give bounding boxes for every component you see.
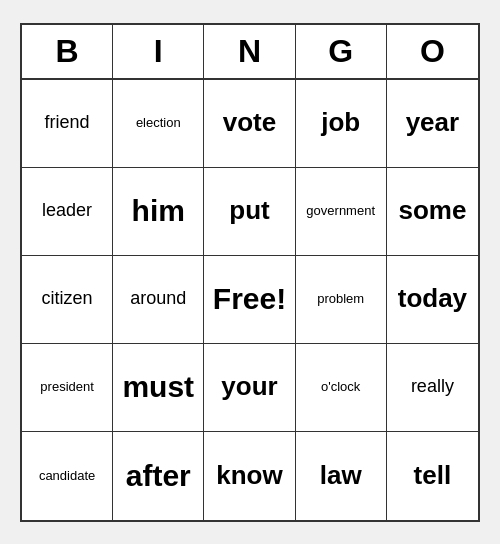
cell-text: after xyxy=(126,458,191,494)
bingo-cell[interactable]: leader xyxy=(22,168,113,256)
bingo-cell[interactable]: problem xyxy=(296,256,387,344)
cell-text: law xyxy=(320,460,362,491)
bingo-cell[interactable]: candidate xyxy=(22,432,113,520)
bingo-cell[interactable]: vote xyxy=(204,80,295,168)
bingo-cell[interactable]: some xyxy=(387,168,478,256)
cell-text: tell xyxy=(414,460,452,491)
header-letter: G xyxy=(296,25,387,78)
bingo-cell[interactable]: tell xyxy=(387,432,478,520)
header-letter: N xyxy=(204,25,295,78)
cell-text: president xyxy=(40,379,93,395)
cell-text: him xyxy=(132,193,185,229)
cell-text: o'clock xyxy=(321,379,360,395)
bingo-cell[interactable]: job xyxy=(296,80,387,168)
bingo-cell[interactable]: your xyxy=(204,344,295,432)
cell-text: candidate xyxy=(39,468,95,484)
bingo-cell[interactable]: citizen xyxy=(22,256,113,344)
bingo-cell[interactable]: really xyxy=(387,344,478,432)
bingo-cell[interactable]: law xyxy=(296,432,387,520)
cell-text: Free! xyxy=(213,281,286,317)
cell-text: put xyxy=(229,195,269,226)
cell-text: today xyxy=(398,283,467,314)
header-letter: I xyxy=(113,25,204,78)
cell-text: election xyxy=(136,115,181,131)
bingo-cell[interactable]: o'clock xyxy=(296,344,387,432)
bingo-cell[interactable]: around xyxy=(113,256,204,344)
bingo-header: BINGO xyxy=(22,25,478,80)
bingo-cell[interactable]: him xyxy=(113,168,204,256)
cell-text: really xyxy=(411,376,454,398)
bingo-cell[interactable]: Free! xyxy=(204,256,295,344)
cell-text: citizen xyxy=(42,288,93,310)
bingo-cell[interactable]: election xyxy=(113,80,204,168)
bingo-cell[interactable]: president xyxy=(22,344,113,432)
bingo-cell[interactable]: know xyxy=(204,432,295,520)
cell-text: vote xyxy=(223,107,276,138)
cell-text: friend xyxy=(45,112,90,134)
bingo-cell[interactable]: put xyxy=(204,168,295,256)
cell-text: know xyxy=(216,460,282,491)
bingo-cell[interactable]: today xyxy=(387,256,478,344)
cell-text: around xyxy=(130,288,186,310)
cell-text: problem xyxy=(317,291,364,307)
cell-text: some xyxy=(398,195,466,226)
header-letter: O xyxy=(387,25,478,78)
bingo-cell[interactable]: must xyxy=(113,344,204,432)
cell-text: government xyxy=(306,203,375,219)
bingo-card: BINGO friendelectionvotejobyearleaderhim… xyxy=(20,23,480,522)
cell-text: year xyxy=(406,107,460,138)
bingo-cell[interactable]: year xyxy=(387,80,478,168)
bingo-cell[interactable]: after xyxy=(113,432,204,520)
header-letter: B xyxy=(22,25,113,78)
bingo-cell[interactable]: friend xyxy=(22,80,113,168)
cell-text: must xyxy=(122,369,194,405)
cell-text: job xyxy=(321,107,360,138)
bingo-cell[interactable]: government xyxy=(296,168,387,256)
cell-text: your xyxy=(221,371,277,402)
bingo-grid: friendelectionvotejobyearleaderhimputgov… xyxy=(22,80,478,520)
cell-text: leader xyxy=(42,200,92,222)
